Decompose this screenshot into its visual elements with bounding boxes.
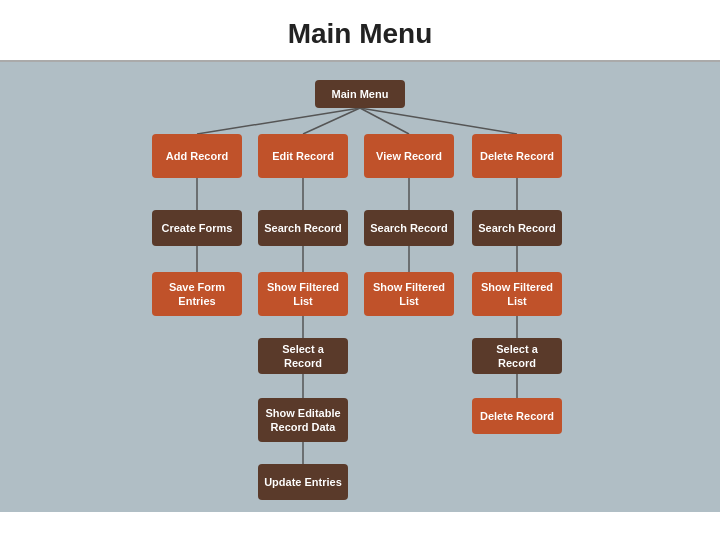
svg-line-0 xyxy=(197,108,360,134)
node-editrecord[interactable]: Edit Record xyxy=(258,134,348,178)
title-area: Main Menu xyxy=(0,0,720,62)
node-showfiltered1[interactable]: Show Filtered List xyxy=(258,272,348,316)
node-selectrecord1[interactable]: Select a Record xyxy=(258,338,348,374)
svg-line-3 xyxy=(360,108,517,134)
node-deleterecord2[interactable]: Delete Record xyxy=(472,398,562,434)
svg-line-1 xyxy=(303,108,360,134)
node-viewrecord[interactable]: View Record xyxy=(364,134,454,178)
page-title: Main Menu xyxy=(288,18,433,49)
node-mainmenu: Main Menu xyxy=(315,80,405,108)
node-addrecord[interactable]: Add Record xyxy=(152,134,242,178)
node-showfiltered2[interactable]: Show Filtered List xyxy=(364,272,454,316)
node-searchrecord2[interactable]: Search Record xyxy=(364,210,454,246)
svg-line-2 xyxy=(360,108,409,134)
diagram-area: Main Menu Add Record Edit Record View Re… xyxy=(0,62,720,512)
connector-lines xyxy=(0,62,720,512)
node-searchrecord3[interactable]: Search Record xyxy=(472,210,562,246)
node-showfiltered3[interactable]: Show Filtered List xyxy=(472,272,562,316)
node-updateentries[interactable]: Update Entries xyxy=(258,464,348,500)
node-searchrecord1[interactable]: Search Record xyxy=(258,210,348,246)
node-deleterecord[interactable]: Delete Record xyxy=(472,134,562,178)
node-createforms[interactable]: Create Forms xyxy=(152,210,242,246)
node-saveformentries[interactable]: Save Form Entries xyxy=(152,272,242,316)
node-selectrecord2[interactable]: Select a Record xyxy=(472,338,562,374)
node-showeditable[interactable]: Show Editable Record Data xyxy=(258,398,348,442)
